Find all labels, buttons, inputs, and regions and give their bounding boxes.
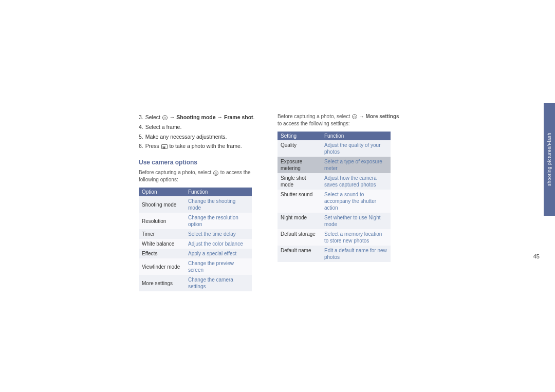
numbered-list: 3. Select ⊙ → Shooting mode → Frame shot… [139,113,262,151]
table-row: Night modeSet whether to use Night mode [278,213,391,229]
option-name: Viewfinder mode [139,258,185,275]
settings-icon-3: ⊙ [352,114,357,119]
option-name: Shooting mode [139,196,185,213]
setting-name: Exposure metering [278,157,321,173]
option-function: Change the camera settings [185,275,252,291]
option-name: White balance [139,239,185,249]
option-function: Adjust the color balance [185,239,252,249]
table-row: Shooting modeChange the shooting mode [139,196,252,213]
left-content: 3. Select ⊙ → Shooting mode → Frame shot… [139,113,262,291]
intro-text: Before capturing a photo, select ⊙ to ac… [139,169,262,183]
side-tab: shooting pictures/Flash [544,103,555,216]
list-item: 3. Select ⊙ → Shooting mode → Frame shot… [139,113,262,122]
option-function: Change the shooting mode [185,196,252,213]
option-function: Select the time delay [185,229,252,239]
setting-name: Shutter sound [278,190,321,213]
table-row: Shutter soundSelect a sound to accompany… [278,190,391,213]
table-row: EffectsApply a special effect [139,249,252,258]
right-intro-text: Before capturing a photo, select ⊙ → Mor… [278,113,401,127]
table-row: More settingsChange the camera settings [139,275,252,291]
option-function: Change the resolution option [185,213,252,229]
list-item: 5. Make any necessary adjustments. [139,133,262,141]
table-row: Single shot modeAdjust how the camera sa… [278,173,391,190]
option-function: Apply a special effect [185,249,252,258]
table-row: TimerSelect the time delay [139,229,252,239]
camera-icon: ▣ [161,144,168,149]
list-item: 4. Select a frame. [139,123,262,132]
page-container: shooting pictures/Flash 45 3. Select ⊙ →… [0,0,555,392]
table-row: Viewfinder modeChange the preview screen [139,258,252,275]
setting-function: Adjust the quality of your photos [321,140,391,157]
option-name: Resolution [139,213,185,229]
settings-header-setting: Setting [278,132,321,140]
setting-function: Edit a default name for new photos [321,246,391,262]
settings-header-function: Function [321,132,391,140]
table-row: Exposure meteringSelect a type of exposu… [278,157,391,173]
table-row: QualityAdjust the quality of your photos [278,140,391,157]
setting-function: Select a type of exposure meter [321,157,391,173]
setting-function: Select a sound to accompany the shutter … [321,190,391,213]
table-row: White balanceAdjust the color balance [139,239,252,249]
option-name: Timer [139,229,185,239]
side-tab-label: shooting pictures/Flash [547,133,552,186]
setting-name: Quality [278,140,321,157]
setting-name: Night mode [278,213,321,229]
list-item: 6. Press ▣ to take a photo with the fram… [139,142,262,151]
section-title: Use camera options [139,159,262,166]
page-number: 45 [533,253,540,259]
option-function: Change the preview screen [185,258,252,275]
settings-table: Setting Function QualityAdjust the quali… [278,132,391,262]
setting-function: Adjust how the camera saves captured pho… [321,173,391,190]
table-row: Default nameEdit a default name for new … [278,246,391,262]
table-row: ResolutionChange the resolution option [139,213,252,229]
setting-function: Select a memory location to store new ph… [321,229,391,246]
right-content: Before capturing a photo, select ⊙ → Mor… [278,113,401,262]
table-row: Default storageSelect a memory location … [278,229,391,246]
options-table: Option Function Shooting modeChange the … [139,188,252,291]
setting-name: Default storage [278,229,321,246]
setting-name: Default name [278,246,321,262]
settings-icon-2: ⊙ [213,171,218,176]
options-header-option: Option [139,188,185,196]
setting-name: Single shot mode [278,173,321,190]
option-name: More settings [139,275,185,291]
setting-function: Set whether to use Night mode [321,213,391,229]
options-header-function: Function [185,188,252,196]
settings-icon: ⊙ [162,115,168,120]
option-name: Effects [139,249,185,258]
